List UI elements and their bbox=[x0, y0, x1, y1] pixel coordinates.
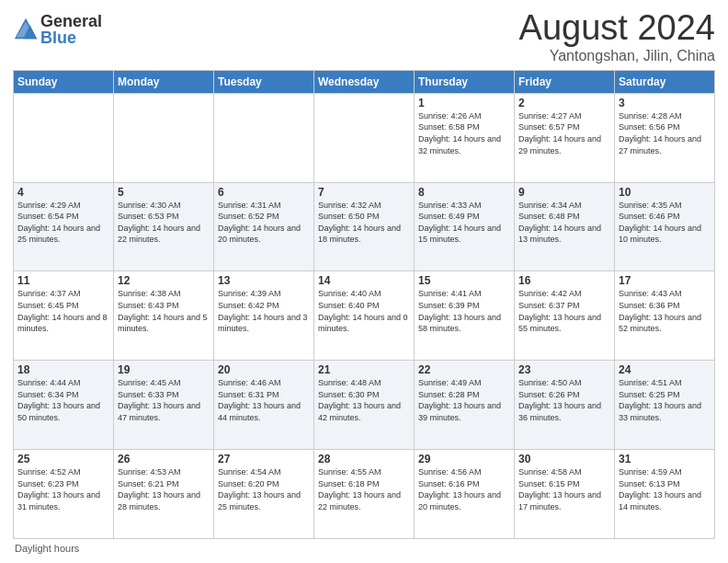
location-title: Yantongshan, Jilin, China bbox=[519, 48, 715, 64]
table-row: 17Sunrise: 4:43 AMSunset: 6:36 PMDayligh… bbox=[615, 271, 715, 361]
table-row: 29Sunrise: 4:56 AMSunset: 6:16 PMDayligh… bbox=[415, 450, 515, 539]
day-number: 29 bbox=[418, 453, 510, 465]
table-row bbox=[14, 93, 114, 182]
day-info: Sunrise: 4:45 AMSunset: 6:33 PMDaylight:… bbox=[118, 377, 210, 423]
table-row: 21Sunrise: 4:48 AMSunset: 6:30 PMDayligh… bbox=[314, 361, 415, 450]
table-row: 9Sunrise: 4:34 AMSunset: 6:48 PMDaylight… bbox=[515, 182, 615, 271]
footer-note: Daylight hours bbox=[13, 543, 715, 554]
page: General Blue August 2024 Yantongshan, Ji… bbox=[0, 0, 728, 563]
day-number: 10 bbox=[619, 186, 711, 199]
day-info: Sunrise: 4:35 AMSunset: 6:46 PMDaylight:… bbox=[619, 200, 711, 246]
logo-icon bbox=[13, 17, 39, 42]
day-info: Sunrise: 4:52 AMSunset: 6:23 PMDaylight:… bbox=[17, 466, 109, 512]
day-info: Sunrise: 4:46 AMSunset: 6:31 PMDaylight:… bbox=[218, 377, 310, 423]
day-number: 11 bbox=[17, 274, 109, 287]
day-info: Sunrise: 4:39 AMSunset: 6:42 PMDaylight:… bbox=[218, 288, 310, 334]
day-info: Sunrise: 4:50 AMSunset: 6:26 PMDaylight:… bbox=[518, 377, 610, 423]
day-info: Sunrise: 4:30 AMSunset: 6:53 PMDaylight:… bbox=[118, 200, 210, 246]
day-info: Sunrise: 4:48 AMSunset: 6:30 PMDaylight:… bbox=[318, 377, 410, 423]
col-monday: Monday bbox=[114, 70, 214, 93]
calendar-week-row: 1Sunrise: 4:26 AMSunset: 6:58 PMDaylight… bbox=[14, 93, 715, 182]
day-info: Sunrise: 4:42 AMSunset: 6:37 PMDaylight:… bbox=[518, 288, 610, 334]
table-row: 22Sunrise: 4:49 AMSunset: 6:28 PMDayligh… bbox=[415, 361, 515, 450]
day-info: Sunrise: 4:51 AMSunset: 6:25 PMDaylight:… bbox=[619, 377, 711, 423]
day-number: 20 bbox=[218, 363, 310, 376]
logo-text: General Blue bbox=[40, 13, 102, 46]
day-number: 13 bbox=[218, 274, 310, 287]
day-number: 14 bbox=[318, 274, 410, 287]
table-row: 4Sunrise: 4:29 AMSunset: 6:54 PMDaylight… bbox=[14, 182, 114, 271]
day-info: Sunrise: 4:33 AMSunset: 6:49 PMDaylight:… bbox=[418, 200, 510, 246]
day-number: 12 bbox=[118, 274, 210, 287]
calendar-week-row: 25Sunrise: 4:52 AMSunset: 6:23 PMDayligh… bbox=[14, 450, 715, 539]
table-row: 31Sunrise: 4:59 AMSunset: 6:13 PMDayligh… bbox=[615, 450, 715, 539]
logo-blue-text: Blue bbox=[40, 29, 102, 46]
col-saturday: Saturday bbox=[615, 70, 715, 93]
logo-general-text: General bbox=[40, 13, 102, 29]
day-info: Sunrise: 4:28 AMSunset: 6:56 PMDaylight:… bbox=[619, 110, 711, 156]
day-number: 15 bbox=[418, 274, 510, 287]
table-row: 13Sunrise: 4:39 AMSunset: 6:42 PMDayligh… bbox=[214, 271, 314, 361]
table-row: 30Sunrise: 4:58 AMSunset: 6:15 PMDayligh… bbox=[515, 450, 615, 539]
day-number: 16 bbox=[518, 274, 610, 287]
day-number: 4 bbox=[17, 186, 109, 199]
table-row: 7Sunrise: 4:32 AMSunset: 6:50 PMDaylight… bbox=[314, 182, 415, 271]
table-row: 24Sunrise: 4:51 AMSunset: 6:25 PMDayligh… bbox=[615, 361, 715, 450]
day-info: Sunrise: 4:27 AMSunset: 6:57 PMDaylight:… bbox=[518, 110, 610, 156]
table-row: 8Sunrise: 4:33 AMSunset: 6:49 PMDaylight… bbox=[415, 182, 515, 271]
day-info: Sunrise: 4:29 AMSunset: 6:54 PMDaylight:… bbox=[17, 200, 109, 246]
day-info: Sunrise: 4:26 AMSunset: 6:58 PMDaylight:… bbox=[418, 110, 510, 156]
day-info: Sunrise: 4:41 AMSunset: 6:39 PMDaylight:… bbox=[418, 288, 510, 334]
day-info: Sunrise: 4:43 AMSunset: 6:36 PMDaylight:… bbox=[619, 288, 711, 334]
day-number: 30 bbox=[518, 453, 610, 465]
table-row: 12Sunrise: 4:38 AMSunset: 6:43 PMDayligh… bbox=[114, 271, 214, 361]
calendar-table: Sunday Monday Tuesday Wednesday Thursday… bbox=[13, 70, 715, 539]
day-number: 24 bbox=[619, 363, 711, 376]
table-row: 11Sunrise: 4:37 AMSunset: 6:45 PMDayligh… bbox=[14, 271, 114, 361]
calendar-week-row: 18Sunrise: 4:44 AMSunset: 6:34 PMDayligh… bbox=[14, 361, 715, 450]
day-number: 19 bbox=[118, 363, 210, 376]
table-row: 28Sunrise: 4:55 AMSunset: 6:18 PMDayligh… bbox=[314, 450, 415, 539]
table-row: 14Sunrise: 4:40 AMSunset: 6:40 PMDayligh… bbox=[314, 271, 415, 361]
calendar-week-row: 11Sunrise: 4:37 AMSunset: 6:45 PMDayligh… bbox=[14, 271, 715, 361]
col-tuesday: Tuesday bbox=[214, 70, 314, 93]
day-info: Sunrise: 4:44 AMSunset: 6:34 PMDaylight:… bbox=[17, 377, 109, 423]
day-info: Sunrise: 4:53 AMSunset: 6:21 PMDaylight:… bbox=[118, 466, 210, 512]
day-number: 6 bbox=[218, 186, 310, 199]
day-number: 31 bbox=[619, 453, 711, 465]
table-row: 23Sunrise: 4:50 AMSunset: 6:26 PMDayligh… bbox=[515, 361, 615, 450]
day-number: 26 bbox=[118, 453, 210, 465]
table-row: 16Sunrise: 4:42 AMSunset: 6:37 PMDayligh… bbox=[515, 271, 615, 361]
day-info: Sunrise: 4:38 AMSunset: 6:43 PMDaylight:… bbox=[118, 288, 210, 334]
logo-area: General Blue bbox=[13, 9, 102, 46]
day-info: Sunrise: 4:49 AMSunset: 6:28 PMDaylight:… bbox=[418, 377, 510, 423]
table-row: 1Sunrise: 4:26 AMSunset: 6:58 PMDaylight… bbox=[415, 93, 515, 182]
day-number: 5 bbox=[118, 186, 210, 199]
day-info: Sunrise: 4:55 AMSunset: 6:18 PMDaylight:… bbox=[318, 466, 410, 512]
col-thursday: Thursday bbox=[415, 70, 515, 93]
table-row: 20Sunrise: 4:46 AMSunset: 6:31 PMDayligh… bbox=[214, 361, 314, 450]
calendar-week-row: 4Sunrise: 4:29 AMSunset: 6:54 PMDaylight… bbox=[14, 182, 715, 271]
day-info: Sunrise: 4:34 AMSunset: 6:48 PMDaylight:… bbox=[518, 200, 610, 246]
day-info: Sunrise: 4:37 AMSunset: 6:45 PMDaylight:… bbox=[17, 288, 109, 334]
col-sunday: Sunday bbox=[14, 70, 114, 93]
table-row: 2Sunrise: 4:27 AMSunset: 6:57 PMDaylight… bbox=[515, 93, 615, 182]
table-row bbox=[314, 93, 415, 182]
day-info: Sunrise: 4:31 AMSunset: 6:52 PMDaylight:… bbox=[218, 200, 310, 246]
table-row: 18Sunrise: 4:44 AMSunset: 6:34 PMDayligh… bbox=[14, 361, 114, 450]
day-number: 9 bbox=[518, 186, 610, 199]
day-info: Sunrise: 4:54 AMSunset: 6:20 PMDaylight:… bbox=[218, 466, 310, 512]
day-number: 25 bbox=[17, 453, 109, 465]
table-row: 26Sunrise: 4:53 AMSunset: 6:21 PMDayligh… bbox=[114, 450, 214, 539]
day-number: 8 bbox=[418, 186, 510, 199]
day-number: 7 bbox=[318, 186, 410, 199]
day-number: 18 bbox=[17, 363, 109, 376]
table-row: 15Sunrise: 4:41 AMSunset: 6:39 PMDayligh… bbox=[415, 271, 515, 361]
day-number: 17 bbox=[619, 274, 711, 287]
header: General Blue August 2024 Yantongshan, Ji… bbox=[13, 9, 715, 64]
table-row bbox=[214, 93, 314, 182]
day-number: 1 bbox=[418, 97, 510, 109]
col-wednesday: Wednesday bbox=[314, 70, 415, 93]
table-row: 25Sunrise: 4:52 AMSunset: 6:23 PMDayligh… bbox=[14, 450, 114, 539]
day-info: Sunrise: 4:59 AMSunset: 6:13 PMDaylight:… bbox=[619, 466, 711, 512]
